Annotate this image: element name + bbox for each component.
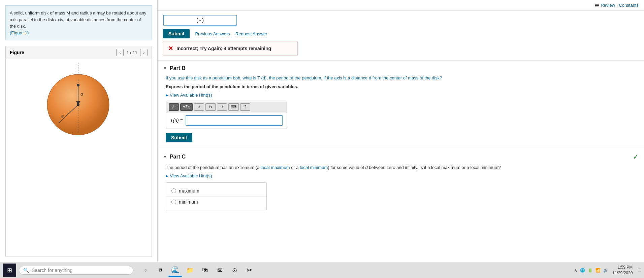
part-a-answer-area: Submit Previous Answers Request Answer ✕… bbox=[158, 11, 644, 60]
part-b-instruction: Express the period of the pendulum in te… bbox=[166, 84, 636, 89]
constants-link[interactable]: Constants bbox=[619, 3, 639, 8]
taskbar-mail[interactable]: ✉ bbox=[213, 264, 226, 277]
part-b-math-toolbar: √□ AΣφ ↺ ↻ ↺ ⌨ ? bbox=[166, 102, 287, 112]
taskbar-show-desktop[interactable]: □ bbox=[638, 267, 641, 273]
taskbar-cortana[interactable]: ○ bbox=[139, 264, 152, 277]
part-b-math-field[interactable] bbox=[186, 115, 283, 126]
math-undo-btn[interactable]: ↺ bbox=[194, 103, 204, 111]
part-b-title: Part B bbox=[170, 65, 186, 71]
math-sqrt-btn[interactable]: √□ bbox=[169, 103, 179, 111]
taskbar-apps: ○ ⧉ 🌊 📁 🛍 ✉ ⊙ ✂ bbox=[139, 264, 256, 277]
taskbar-search-box[interactable]: 🔍 Search for anything bbox=[19, 266, 133, 275]
part-b-math-input-row: T(d) = bbox=[166, 112, 287, 129]
answer-input-row bbox=[163, 15, 639, 26]
part-b-math-input-area: √□ AΣφ ↺ ↻ ↺ ⌨ ? T(d) = bbox=[166, 102, 287, 129]
taskbar-volume-icon: 🔊 bbox=[603, 268, 608, 273]
figure-page: 1 of 1 bbox=[126, 50, 137, 55]
math-redo-btn[interactable]: ↻ bbox=[205, 103, 216, 111]
svg-text:a: a bbox=[61, 113, 64, 118]
top-bar-links: ■■ Review | Constants bbox=[594, 3, 639, 8]
part-b-math-label: T(d) = bbox=[170, 118, 183, 123]
part-b-body: If you use this disk as a pendulum bob, … bbox=[158, 75, 644, 148]
part-c-checkmark: ✓ bbox=[633, 153, 639, 161]
math-sigma-btn[interactable]: AΣφ bbox=[180, 103, 193, 111]
part-b-question: If you use this disk as a pendulum bob, … bbox=[166, 75, 636, 81]
part-c-radio-group: maximum minimum bbox=[166, 182, 267, 210]
part-c-label-maximum[interactable]: maximum bbox=[179, 188, 199, 194]
taskbar-battery-icon: 🔋 bbox=[588, 268, 593, 273]
taskbar-edge[interactable]: 🌊 bbox=[168, 264, 182, 277]
taskbar-arrow-up[interactable]: ∧ bbox=[574, 268, 577, 273]
part-b-hint-link[interactable]: View Available Hint(s) bbox=[166, 93, 636, 98]
taskbar-right: ∧ 🌐 🔋 📶 🔊 1:59 PM 11/29/2020 □ bbox=[574, 265, 641, 276]
start-button[interactable]: ⊞ bbox=[3, 264, 16, 277]
part-a-input[interactable] bbox=[163, 15, 237, 26]
problem-description: A solid, uniform disk of mass M and radi… bbox=[5, 5, 152, 40]
disk-figure: d a bbox=[42, 61, 116, 135]
error-box: ✕ Incorrect; Try Again; 4 attempts remai… bbox=[163, 41, 298, 56]
figure-section: Figure ‹ 1 of 1 › bbox=[5, 46, 152, 256]
top-bar: ■■ Review | Constants bbox=[158, 0, 644, 11]
math-help-btn[interactable]: ? bbox=[240, 103, 250, 111]
figure-header: Figure ‹ 1 of 1 › bbox=[6, 46, 152, 59]
taskbar-chrome[interactable]: ⊙ bbox=[228, 264, 241, 277]
taskbar-time-display: 1:59 PM bbox=[612, 265, 633, 270]
figure-link[interactable]: (Figure 1) bbox=[10, 30, 29, 35]
part-c-option-minimum: minimum bbox=[166, 197, 266, 207]
figure-prev-btn[interactable]: ‹ bbox=[116, 49, 124, 56]
part-c-title: Part C bbox=[170, 154, 186, 160]
part-c-label-minimum[interactable]: minimum bbox=[179, 199, 198, 205]
part-c-chevron: ▼ bbox=[163, 154, 167, 159]
taskbar: ⊞ 🔍 Search for anything ○ ⧉ 🌊 📁 🛍 ✉ ⊙ ✂ … bbox=[0, 262, 644, 278]
figure-image-area: d a bbox=[6, 59, 152, 137]
part-c-local-max-text: local maximum bbox=[261, 165, 290, 170]
taskbar-datetime[interactable]: 1:59 PM 11/29/2020 bbox=[612, 265, 633, 276]
taskbar-store[interactable]: 🛍 bbox=[198, 264, 212, 277]
figure-nav: ‹ 1 of 1 › bbox=[116, 49, 148, 56]
part-b-chevron: ▼ bbox=[163, 66, 167, 71]
taskbar-snip[interactable]: ✂ bbox=[243, 264, 256, 277]
review-link[interactable]: Review bbox=[601, 3, 615, 8]
figure-next-btn[interactable]: › bbox=[140, 49, 148, 56]
part-c-radio-minimum[interactable] bbox=[171, 200, 176, 204]
part-b-header[interactable]: ▼ Part B bbox=[158, 61, 644, 75]
taskbar-date-display: 11/29/2020 bbox=[612, 270, 633, 276]
error-text: Incorrect; Try Again; 4 attempts remaini… bbox=[176, 46, 271, 51]
prev-answers-link[interactable]: Previous Answers bbox=[195, 31, 230, 36]
part-c-question: The period of the pendulum has an extrem… bbox=[166, 164, 636, 171]
right-panel: ■■ Review | Constants Submit Previous An… bbox=[158, 0, 644, 262]
review-icon: ■■ bbox=[594, 3, 600, 8]
part-c-radio-maximum[interactable] bbox=[171, 188, 176, 193]
part-b-submit-btn[interactable]: Submit bbox=[166, 133, 192, 142]
math-keyboard-btn[interactable]: ⌨ bbox=[228, 103, 239, 111]
separator: | bbox=[616, 3, 617, 8]
part-c-header[interactable]: ▼ Part C ✓ bbox=[158, 148, 644, 164]
error-icon: ✕ bbox=[168, 45, 173, 52]
taskbar-task-view[interactable]: ⧉ bbox=[154, 264, 167, 277]
part-c-local-min-text: local minimum bbox=[300, 165, 328, 170]
part-c-section: ▼ Part C ✓ The period of the pendulum ha… bbox=[158, 148, 644, 216]
part-c-hint-link[interactable]: View Available Hint(s) bbox=[166, 173, 636, 178]
part-c-option-maximum: maximum bbox=[166, 185, 266, 197]
part-c-body: The period of the pendulum has an extrem… bbox=[158, 164, 644, 216]
request-answer-link[interactable]: Request Answer bbox=[235, 31, 267, 36]
svg-text:d: d bbox=[80, 92, 83, 97]
figure-title: Figure bbox=[10, 50, 24, 55]
taskbar-wifi-icon: 📶 bbox=[595, 268, 601, 273]
taskbar-system-icons: ∧ 🌐 🔋 📶 🔊 bbox=[574, 268, 608, 273]
taskbar-network-icon: 🌐 bbox=[580, 268, 585, 273]
taskbar-search-icon: 🔍 bbox=[23, 268, 29, 273]
taskbar-file-explorer[interactable]: 📁 bbox=[183, 264, 197, 277]
part-b-section: ▼ Part B If you use this disk as a pendu… bbox=[158, 60, 644, 148]
taskbar-search-placeholder: Search for anything bbox=[32, 268, 72, 273]
part-a-submit-btn[interactable]: Submit bbox=[163, 29, 190, 38]
math-reset-btn[interactable]: ↺ bbox=[217, 103, 227, 111]
